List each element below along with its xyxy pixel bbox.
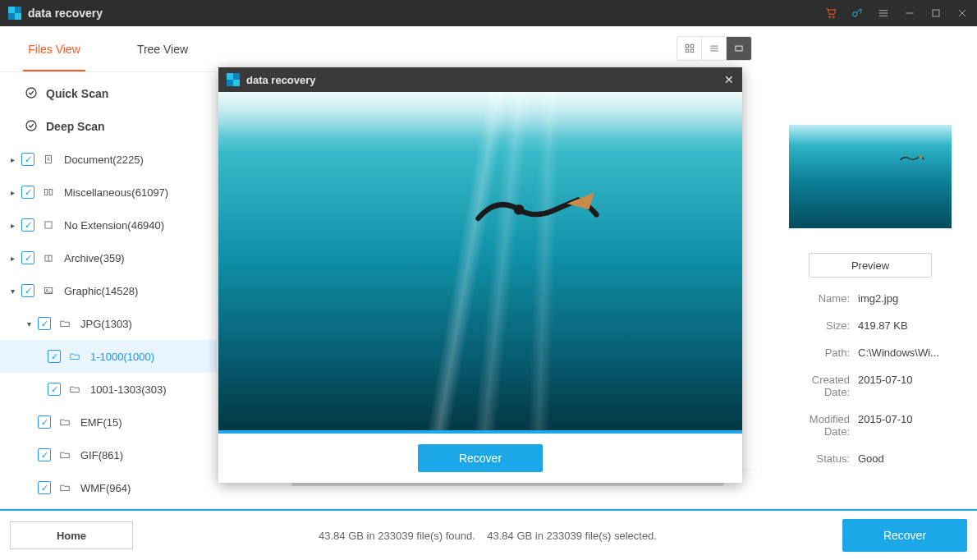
grid-view-button[interactable] [677, 37, 702, 60]
svg-rect-7 [44, 190, 48, 195]
svg-rect-13 [686, 44, 689, 48]
deep-scan-row[interactable]: Deep Scan [0, 110, 217, 143]
close-icon[interactable] [956, 7, 969, 20]
modal-title: data recovery [246, 74, 316, 86]
app-logo-icon [8, 7, 21, 20]
category-label: Miscellaneous(61097) [64, 186, 168, 199]
footer: Home 43.84 GB in 233039 file(s) found. 4… [0, 509, 977, 560]
checkbox[interactable] [48, 350, 61, 363]
meta-value-status: Good [858, 452, 956, 465]
folder-icon [67, 383, 82, 395]
checkbox[interactable] [21, 153, 34, 166]
category-label: Graphic(14528) [64, 285, 138, 297]
modal-titlebar: data recovery ✕ [218, 67, 742, 92]
meta-label-path: Path: [784, 347, 858, 359]
minimize-icon[interactable] [903, 7, 916, 20]
footer-status: 43.84 GB in 233039 file(s) found. 43.84 … [133, 530, 842, 542]
subcategory-wmf[interactable]: WMF(964) [0, 471, 217, 504]
graphic-icon [41, 285, 56, 296]
range-1001-1303[interactable]: 1001-1303(303) [0, 373, 217, 406]
svg-point-5 [26, 121, 36, 131]
checkbox[interactable] [38, 448, 51, 461]
app-logo-icon [227, 73, 240, 86]
home-button[interactable]: Home [10, 521, 133, 549]
checkbox[interactable] [21, 284, 34, 297]
check-circle-icon [25, 86, 38, 102]
svg-rect-8 [49, 190, 53, 195]
category-tree: Quick Scan Deep Scan ▸ Document(2225) ▸ … [0, 72, 217, 509]
subcategory-jpg[interactable]: ▾ JPG(1303) [0, 307, 217, 340]
meta-label-modified: Modified Date: [784, 413, 858, 438]
maximize-icon[interactable] [929, 7, 943, 20]
tab-tree-label: Tree View [137, 43, 188, 56]
list-view-button[interactable] [702, 37, 727, 60]
tab-tree-view[interactable]: Tree View [108, 26, 217, 71]
category-graphic[interactable]: ▾ Graphic(14528) [0, 274, 217, 307]
modal-close-icon[interactable]: ✕ [724, 73, 734, 86]
preview-button[interactable]: Preview [809, 253, 932, 278]
meta-value-size: 419.87 KB [858, 319, 956, 332]
modal-image [218, 92, 742, 430]
key-icon[interactable] [851, 7, 864, 20]
modal-recover-button[interactable]: Recover [418, 444, 543, 472]
folder-icon [57, 449, 72, 461]
chevron-down-icon: ▾ [23, 319, 34, 328]
meta-label-size: Size: [784, 319, 858, 332]
checkbox[interactable] [21, 186, 34, 199]
tab-files-view[interactable]: Files View [0, 26, 108, 71]
svg-rect-15 [686, 49, 689, 53]
svg-rect-17 [736, 46, 742, 51]
svg-rect-16 [690, 49, 694, 53]
chevron-right-icon: ▸ [7, 155, 18, 164]
folder-icon [67, 351, 82, 362]
subcategory-label: WMF(964) [80, 482, 131, 494]
range-1-1000[interactable]: 1-1000(1000) [0, 340, 217, 373]
chevron-down-icon: ▾ [7, 287, 18, 296]
svg-rect-3 [933, 10, 939, 16]
subcategory-gif[interactable]: GIF(861) [0, 438, 217, 471]
folder-icon [57, 482, 72, 493]
meta-value-created: 2015-07-10 [858, 374, 956, 398]
svg-point-0 [829, 16, 831, 18]
subcategory-label: JPG(1303) [80, 318, 132, 330]
category-document[interactable]: ▸ Document(2225) [0, 143, 217, 176]
checkbox[interactable] [21, 251, 34, 264]
checkbox[interactable] [38, 415, 51, 429]
subcategory-emf[interactable]: EMF(15) [0, 406, 217, 438]
check-circle-icon [25, 119, 38, 135]
checkbox[interactable] [38, 317, 51, 330]
meta-label-created: Created Date: [784, 374, 858, 398]
view-mode-buttons [677, 36, 752, 61]
document-icon [41, 154, 56, 165]
category-noextension[interactable]: ▸ No Extension(46940) [0, 209, 217, 241]
tab-files-label: Files View [28, 43, 80, 56]
quick-scan-row[interactable]: Quick Scan [0, 77, 217, 110]
noext-icon [41, 219, 56, 231]
folder-icon [57, 318, 72, 329]
swimmer-icon [463, 174, 619, 248]
recover-button[interactable]: Recover [842, 519, 967, 552]
meta-label-status: Status: [784, 452, 858, 465]
chevron-right-icon: ▸ [7, 221, 18, 230]
sidebar: Files View Tree View Quick Scan Deep Sca… [0, 26, 218, 509]
menu-icon[interactable] [877, 7, 890, 20]
svg-point-1 [833, 16, 834, 18]
quick-scan-label: Quick Scan [46, 87, 108, 100]
cart-icon[interactable] [824, 7, 837, 20]
meta-value-path: C:\Windows\Wi... [858, 347, 956, 359]
detail-view-button[interactable] [727, 37, 751, 60]
folder-icon [57, 416, 72, 428]
chevron-right-icon: ▸ [7, 188, 18, 197]
checkbox[interactable] [38, 481, 51, 494]
file-metadata: Name:img2.jpg Size:419.87 KB Path:C:\Win… [784, 292, 956, 465]
category-archive[interactable]: ▸ Archive(359) [0, 241, 217, 274]
checkbox[interactable] [48, 383, 61, 396]
category-miscellaneous[interactable]: ▸ Miscellaneous(61097) [0, 176, 217, 209]
svg-rect-9 [45, 222, 52, 228]
titlebar: data recovery [0, 0, 977, 26]
misc-icon [41, 186, 56, 198]
meta-value-modified: 2015-07-10 [858, 413, 956, 438]
checkbox[interactable] [21, 218, 34, 232]
svg-rect-6 [46, 155, 52, 163]
deep-scan-label: Deep Scan [46, 120, 105, 133]
